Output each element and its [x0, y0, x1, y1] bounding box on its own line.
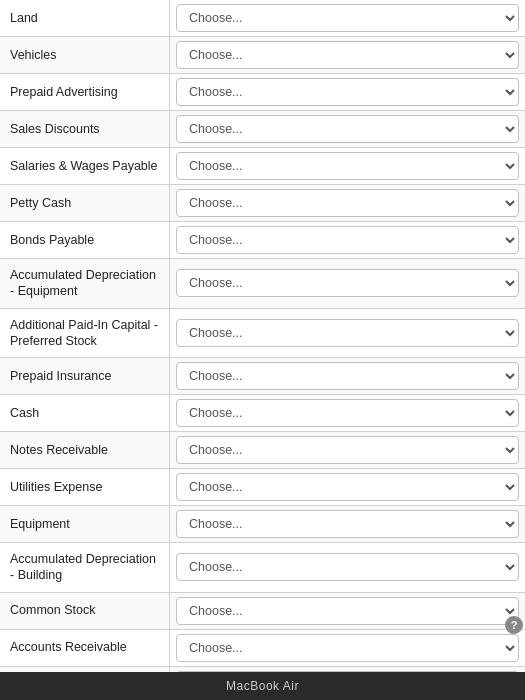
choose-select-utilities-expense[interactable]: Choose...AssetLiabilityEquityRevenueExpe…: [176, 473, 519, 501]
row-label-vehicles: Vehicles: [0, 37, 170, 73]
select-cell-sales-discounts: Choose...AssetLiabilityEquityRevenueExpe…: [170, 111, 525, 147]
table-row: Interest PayableChoose...AssetLiabilityE…: [0, 667, 525, 673]
select-cell-interest-payable: Choose...AssetLiabilityEquityRevenueExpe…: [170, 667, 525, 673]
table-row: LandChoose...AssetLiabilityEquityRevenue…: [0, 0, 525, 37]
choose-select-land[interactable]: Choose...AssetLiabilityEquityRevenueExpe…: [176, 4, 519, 32]
table-row: Common StockChoose...AssetLiabilityEquit…: [0, 593, 525, 630]
choose-select-accumulated-depreciation-building[interactable]: Choose...AssetLiabilityEquityRevenueExpe…: [176, 553, 519, 581]
table-row: Accumulated Depreciation - EquipmentChoo…: [0, 259, 525, 309]
table-row: CashChoose...AssetLiabilityEquityRevenue…: [0, 395, 525, 432]
table-row: Salaries & Wages PayableChoose...AssetLi…: [0, 148, 525, 185]
choose-select-salaries-wages-payable[interactable]: Choose...AssetLiabilityEquityRevenueExpe…: [176, 152, 519, 180]
table-row: Accounts ReceivableChoose...AssetLiabili…: [0, 630, 525, 667]
row-label-equipment: Equipment: [0, 506, 170, 542]
row-label-interest-payable: Interest Payable: [0, 667, 170, 673]
row-label-petty-cash: Petty Cash: [0, 185, 170, 221]
table-row: Prepaid AdvertisingChoose...AssetLiabili…: [0, 74, 525, 111]
select-cell-common-stock: Choose...AssetLiabilityEquityRevenueExpe…: [170, 593, 525, 629]
table-row: Bonds PayableChoose...AssetLiabilityEqui…: [0, 222, 525, 259]
choose-select-prepaid-advertising[interactable]: Choose...AssetLiabilityEquityRevenueExpe…: [176, 78, 519, 106]
choose-select-sales-discounts[interactable]: Choose...AssetLiabilityEquityRevenueExpe…: [176, 115, 519, 143]
select-cell-salaries-wages-payable: Choose...AssetLiabilityEquityRevenueExpe…: [170, 148, 525, 184]
select-cell-vehicles: Choose...AssetLiabilityEquityRevenueExpe…: [170, 37, 525, 73]
choose-select-petty-cash[interactable]: Choose...AssetLiabilityEquityRevenueExpe…: [176, 189, 519, 217]
select-cell-prepaid-advertising: Choose...AssetLiabilityEquityRevenueExpe…: [170, 74, 525, 110]
table-row: Petty CashChoose...AssetLiabilityEquityR…: [0, 185, 525, 222]
table-row: Additional Paid-In Capital - Preferred S…: [0, 309, 525, 359]
row-label-additional-paid-in-capital: Additional Paid-In Capital - Preferred S…: [0, 309, 170, 358]
row-label-accounts-receivable: Accounts Receivable: [0, 630, 170, 666]
macbook-bar: MacBook Air: [0, 672, 525, 700]
row-label-notes-receivable: Notes Receivable: [0, 432, 170, 468]
select-cell-equipment: Choose...AssetLiabilityEquityRevenueExpe…: [170, 506, 525, 542]
select-cell-accounts-receivable: Choose...AssetLiabilityEquityRevenueExpe…: [170, 630, 525, 666]
row-label-prepaid-insurance: Prepaid Insurance: [0, 358, 170, 394]
table-row: EquipmentChoose...AssetLiabilityEquityRe…: [0, 506, 525, 543]
select-cell-prepaid-insurance: Choose...AssetLiabilityEquityRevenueExpe…: [170, 358, 525, 394]
choose-select-accumulated-depreciation-equipment[interactable]: Choose...AssetLiabilityEquityRevenueExpe…: [176, 269, 519, 297]
select-cell-additional-paid-in-capital: Choose...AssetLiabilityEquityRevenueExpe…: [170, 309, 525, 358]
choose-select-additional-paid-in-capital[interactable]: Choose...AssetLiabilityEquityRevenueExpe…: [176, 319, 519, 347]
select-cell-cash: Choose...AssetLiabilityEquityRevenueExpe…: [170, 395, 525, 431]
select-cell-notes-receivable: Choose...AssetLiabilityEquityRevenueExpe…: [170, 432, 525, 468]
table-row: Sales DiscountsChoose...AssetLiabilityEq…: [0, 111, 525, 148]
choose-select-common-stock[interactable]: Choose...AssetLiabilityEquityRevenueExpe…: [176, 597, 519, 625]
row-label-utilities-expense: Utilities Expense: [0, 469, 170, 505]
choose-select-notes-receivable[interactable]: Choose...AssetLiabilityEquityRevenueExpe…: [176, 436, 519, 464]
table-row: Utilities ExpenseChoose...AssetLiability…: [0, 469, 525, 506]
row-label-land: Land: [0, 0, 170, 36]
row-label-prepaid-advertising: Prepaid Advertising: [0, 74, 170, 110]
select-cell-land: Choose...AssetLiabilityEquityRevenueExpe…: [170, 0, 525, 36]
row-label-salaries-wages-payable: Salaries & Wages Payable: [0, 148, 170, 184]
choose-select-prepaid-insurance[interactable]: Choose...AssetLiabilityEquityRevenueExpe…: [176, 362, 519, 390]
row-label-accumulated-depreciation-equipment: Accumulated Depreciation - Equipment: [0, 259, 170, 308]
choose-select-vehicles[interactable]: Choose...AssetLiabilityEquityRevenueExpe…: [176, 41, 519, 69]
rows-container: LandChoose...AssetLiabilityEquityRevenue…: [0, 0, 525, 672]
select-cell-petty-cash: Choose...AssetLiabilityEquityRevenueExpe…: [170, 185, 525, 221]
select-cell-accumulated-depreciation-building: Choose...AssetLiabilityEquityRevenueExpe…: [170, 543, 525, 592]
choose-select-equipment[interactable]: Choose...AssetLiabilityEquityRevenueExpe…: [176, 510, 519, 538]
row-label-bonds-payable: Bonds Payable: [0, 222, 170, 258]
table-row: Notes ReceivableChoose...AssetLiabilityE…: [0, 432, 525, 469]
choose-select-cash[interactable]: Choose...AssetLiabilityEquityRevenueExpe…: [176, 399, 519, 427]
select-cell-accumulated-depreciation-equipment: Choose...AssetLiabilityEquityRevenueExpe…: [170, 259, 525, 308]
row-label-sales-discounts: Sales Discounts: [0, 111, 170, 147]
row-label-accumulated-depreciation-building: Accumulated Depreciation - Building: [0, 543, 170, 592]
row-label-cash: Cash: [0, 395, 170, 431]
help-badge[interactable]: ?: [505, 616, 523, 634]
choose-select-bonds-payable[interactable]: Choose...AssetLiabilityEquityRevenueExpe…: [176, 226, 519, 254]
row-label-common-stock: Common Stock: [0, 593, 170, 629]
choose-select-interest-payable[interactable]: Choose...AssetLiabilityEquityRevenueExpe…: [176, 671, 519, 673]
select-cell-bonds-payable: Choose...AssetLiabilityEquityRevenueExpe…: [170, 222, 525, 258]
accounts-table: LandChoose...AssetLiabilityEquityRevenue…: [0, 0, 525, 672]
macbook-label: MacBook Air: [226, 679, 299, 693]
select-cell-utilities-expense: Choose...AssetLiabilityEquityRevenueExpe…: [170, 469, 525, 505]
choose-select-accounts-receivable[interactable]: Choose...AssetLiabilityEquityRevenueExpe…: [176, 634, 519, 662]
table-row: Prepaid InsuranceChoose...AssetLiability…: [0, 358, 525, 395]
table-row: Accumulated Depreciation - BuildingChoos…: [0, 543, 525, 593]
table-row: VehiclesChoose...AssetLiabilityEquityRev…: [0, 37, 525, 74]
